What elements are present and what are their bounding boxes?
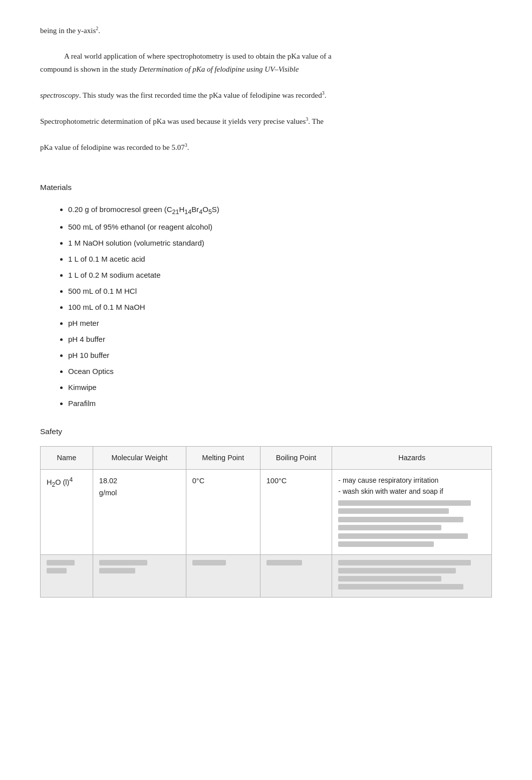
- safety-heading: Safety: [40, 425, 492, 438]
- list-item: 1 L of 0.2 M sodium acetate: [68, 268, 492, 283]
- table-row: [41, 554, 492, 597]
- cell-mp-blurred: [186, 554, 260, 597]
- paragraph-4: pKa value of felodipine was recorded to …: [40, 141, 492, 154]
- paragraph-3: Spectrophotometric determination of pKa …: [40, 115, 492, 128]
- list-item: 1 M NaOH solution (volumetric standard): [68, 236, 492, 251]
- cell-hazards-blurred: [332, 554, 492, 597]
- col-header-hazards: Hazards: [332, 447, 492, 470]
- intro-line1: being in the y-axis2.: [40, 24, 492, 38]
- list-item: Parafilm: [68, 396, 492, 411]
- list-item: 500 mL of 0.1 M HCl: [68, 284, 492, 299]
- cell-name-blurred: [41, 554, 93, 597]
- col-header-mp: Melting Point: [186, 447, 260, 470]
- list-item: 500 mL of 95% ethanol (or reagent alcoho…: [68, 220, 492, 235]
- list-item: Kimwipe: [68, 380, 492, 395]
- cell-mw-blurred: [93, 554, 186, 597]
- footnote-3b: 3: [306, 116, 308, 122]
- table-row: H2O (l)4 18.02g/mol 0°C 100°C - may caus…: [41, 469, 492, 554]
- footnote-3a: 3: [322, 90, 325, 96]
- footnote-2: 2: [96, 26, 98, 31]
- materials-heading: Materials: [40, 181, 492, 194]
- list-item: 100 mL of 0.1 M NaOH: [68, 300, 492, 315]
- safety-section: Safety Name Molecular Weight Melting Poi…: [40, 425, 492, 598]
- study-title-italic2: spectroscopy: [40, 91, 79, 99]
- cell-bp: 100°C: [260, 469, 332, 554]
- list-item: Ocean Optics: [68, 364, 492, 379]
- materials-section: Materials 0.20 g of bromocresol green (C…: [40, 181, 492, 411]
- list-item: 0.20 g of bromocresol green (C21H14Br4O5…: [68, 202, 492, 219]
- cell-mp: 0°C: [186, 469, 260, 554]
- col-header-mw: Molecular Weight: [93, 447, 186, 470]
- cell-name: H2O (l)4: [41, 469, 93, 554]
- safety-table: Name Molecular Weight Melting Point Boil…: [40, 446, 492, 597]
- materials-list: 0.20 g of bromocresol green (C21H14Br4O5…: [40, 202, 492, 411]
- study-title-italic: Determination of pKa of felodipine using…: [139, 65, 299, 73]
- col-header-bp: Boiling Point: [260, 447, 332, 470]
- list-item: pH 10 buffer: [68, 348, 492, 363]
- paragraph-2c: spectroscopy. This study was the first r…: [40, 89, 492, 102]
- list-item: 1 L of 0.1 M acetic acid: [68, 252, 492, 267]
- cell-bp-blurred: [260, 554, 332, 597]
- paragraph-2: A real world application of where spectr…: [40, 50, 492, 63]
- list-item: pH 4 buffer: [68, 332, 492, 347]
- col-header-name: Name: [41, 447, 93, 470]
- list-item: pH meter: [68, 316, 492, 331]
- cell-mw: 18.02g/mol: [93, 469, 186, 554]
- cell-hazards: - may cause respiratory irritation - was…: [332, 469, 492, 554]
- intro-section: being in the y-axis2. A real world appli…: [40, 24, 492, 154]
- footnote-3c: 3: [185, 142, 187, 148]
- paragraph-2b: compound is shown in the study Determina…: [40, 63, 492, 76]
- table-header-row: Name Molecular Weight Melting Point Boil…: [41, 447, 492, 470]
